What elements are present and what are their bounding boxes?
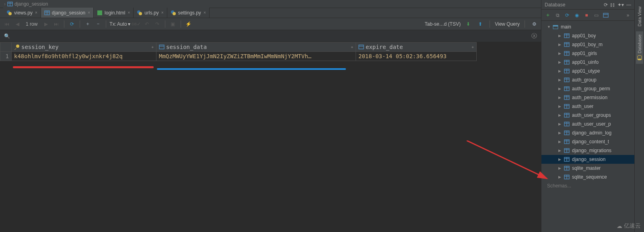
tree-table-sqlite-master[interactable]: ▶sqlite_master (541, 164, 634, 173)
tree-label: auth_permission (572, 95, 607, 100)
expand-icon: ▶ (558, 43, 563, 47)
next-page-button[interactable]: ▶ (41, 20, 50, 28)
add-button[interactable]: ＋ (544, 11, 552, 19)
rollback-button[interactable]: ↶ (142, 20, 151, 28)
tab-settings-py[interactable]: settings.py × (167, 8, 210, 18)
svg-point-12 (173, 12, 176, 15)
upload-button[interactable]: ⬆ (476, 20, 485, 28)
schemas-link[interactable]: Schemas... (541, 181, 634, 190)
add-row-button[interactable]: ＋ (83, 20, 92, 28)
data-grid[interactable]: session_key ◆ session_data ◆ (0, 42, 541, 232)
ddl-button[interactable]: ⚡ (184, 20, 193, 28)
table-icon (564, 33, 570, 39)
tree-table-sqlite-sequence[interactable]: ▶sqlite_sequence (541, 173, 634, 181)
table-icon (564, 59, 570, 65)
tree-root-main[interactable]: ▼ main (541, 22, 634, 31)
cancel-button[interactable]: ■ (582, 11, 591, 19)
expand-icon: ▶ (558, 78, 563, 82)
duplicate-button[interactable]: ⧉ (553, 11, 562, 19)
refresh-button[interactable]: ⟳ (563, 11, 571, 19)
tree-table-auth-group-perm[interactable]: ▶auth_group_perm (541, 84, 634, 93)
tree-table-app01-girls[interactable]: ▶app01_girls (541, 49, 634, 58)
tree-table-django-content-t[interactable]: ▶django_content_t (541, 137, 634, 146)
commit-button[interactable]: DB✓ (132, 20, 141, 28)
database-tree[interactable]: ▼ main ▶app01_boy▶app01_boy_m▶app01_girl… (541, 21, 634, 232)
tree-table-app01-uinfo[interactable]: ▶app01_uinfo (541, 58, 634, 67)
table-icon (564, 157, 570, 162)
expand-icon: ▼ (547, 25, 552, 29)
tree-table-django-admin-log[interactable]: ▶django_admin_log (541, 128, 634, 137)
tree-label: django_migrations (572, 148, 611, 153)
tx-mode[interactable]: Tx: Auto ▾ (109, 21, 130, 27)
hide-icon[interactable]: — (626, 2, 631, 8)
svg-rect-17 (603, 13, 608, 17)
first-page-button[interactable]: ⏮ (2, 20, 11, 28)
column-header-expire-date[interactable]: expire_date ◆ (356, 43, 477, 52)
tree-table-django-session[interactable]: ▶django_session (541, 155, 634, 164)
tree-label: app01_uinfo (572, 59, 599, 65)
cell-session-data[interactable]: MmQzMWUyYWE1YjJmN2IyZWZiZTBmMmIwMmNmNjY2… (156, 52, 356, 61)
svg-rect-13 (159, 45, 164, 49)
tree-table-auth-user-groups[interactable]: ▶auth_user_groups (541, 111, 634, 120)
column-header-session-data[interactable]: session_data ◆ (156, 43, 356, 52)
tree-table-auth-group[interactable]: ▶auth_group (541, 75, 634, 84)
column-icon (358, 44, 364, 50)
close-icon[interactable]: × (35, 10, 37, 15)
data-toolbar: ⏮ ◀ 1 row ▶ ⏭ ⟳ ＋ － Tx: Auto ▾ DB✓ ↶ ↷ ▣… (0, 18, 541, 30)
sort-icon: ◆ (351, 45, 353, 49)
prev-page-button[interactable]: ◀ (13, 20, 22, 28)
table-icon (564, 68, 570, 74)
tree-table-auth-permission[interactable]: ▶auth_permission (541, 93, 634, 102)
filter-row[interactable]: 🔍 ⓧ (0, 30, 541, 42)
export-format[interactable]: Tab-se…d (TSV) (425, 21, 461, 27)
tab-label: settings.py (178, 10, 201, 16)
tree-label: auth_group_perm (572, 86, 610, 92)
more-button[interactable]: » (624, 11, 632, 19)
clear-filter-button[interactable]: ⓧ (531, 33, 537, 40)
tables-button[interactable] (602, 11, 610, 19)
database-panel: Database ⟳ ⫿⫿ ✦▾ — ＋ ⧉ ⟳ ◉ ■ ▭ » ▼ main (541, 0, 634, 232)
view-button[interactable]: ▣ (169, 20, 177, 28)
tab-django-session[interactable]: django_session × (41, 8, 94, 18)
panel-title: Database (545, 2, 565, 8)
tree-label: auth_user (572, 104, 593, 109)
tree-table-app01-utype[interactable]: ▶app01_utype (541, 67, 634, 75)
tab-login-html[interactable]: login.html × (94, 8, 134, 18)
close-icon[interactable]: × (88, 10, 90, 15)
filter-icon[interactable]: ⫿⫿ (610, 2, 615, 8)
tree-label: auth_user_user_p (572, 121, 611, 127)
tree-table-auth-user[interactable]: ▶auth_user (541, 102, 634, 111)
close-icon[interactable]: × (204, 10, 206, 15)
last-page-button[interactable]: ⏭ (52, 20, 61, 28)
cell-expire-date[interactable]: 2018-03-14 05:02:36.656493 (356, 52, 477, 61)
reload-button[interactable]: ⟳ (68, 20, 76, 28)
close-icon[interactable]: × (128, 10, 130, 15)
view-query-button[interactable]: View Query (495, 21, 520, 27)
table-icon (564, 130, 570, 136)
remove-row-button[interactable]: － (94, 20, 103, 28)
close-icon[interactable]: × (161, 10, 164, 15)
tree-table-auth-user-user-p[interactable]: ▶auth_user_user_p (541, 120, 634, 128)
gear-icon[interactable]: ✦▾ (617, 2, 624, 8)
tree-table-app01-boy[interactable]: ▶app01_boy (541, 31, 634, 40)
stop-button[interactable]: ◉ (573, 11, 581, 19)
vtab-database[interactable]: Database (636, 31, 643, 64)
svg-rect-20 (553, 25, 558, 26)
tab-views-py[interactable]: views.py × (3, 8, 41, 18)
vtab-label: Database (637, 35, 642, 53)
download-button[interactable]: ⬇ (464, 20, 473, 28)
breadcrumb-title: django_session (14, 1, 48, 7)
console-button[interactable]: ▭ (592, 11, 600, 19)
tab-urls-py[interactable]: urls.py × (134, 8, 167, 18)
database-toolbar: ＋ ⧉ ⟳ ◉ ■ ▭ » (541, 10, 634, 21)
tree-table-django-migrations[interactable]: ▶django_migrations (541, 146, 634, 155)
vtab-data-view[interactable]: Data View (636, 3, 643, 30)
sync-icon[interactable]: ⟳ (604, 2, 608, 8)
table-row[interactable]: 1 k48ohlmvf8o9ht0hfl2y0wjxnkr4j82q MmQzM… (0, 52, 477, 61)
cell-session-key[interactable]: k48ohlmvf8o9ht0hfl2y0wjxnkr4j82q (12, 52, 156, 61)
tree-table-app01-boy-m[interactable]: ▶app01_boy_m (541, 40, 634, 49)
revert-button[interactable]: ↷ (153, 20, 162, 28)
column-header-session-key[interactable]: session_key ◆ (12, 43, 156, 52)
col-label: session_key (21, 44, 59, 50)
settings-button[interactable]: ⚙ (530, 20, 539, 28)
